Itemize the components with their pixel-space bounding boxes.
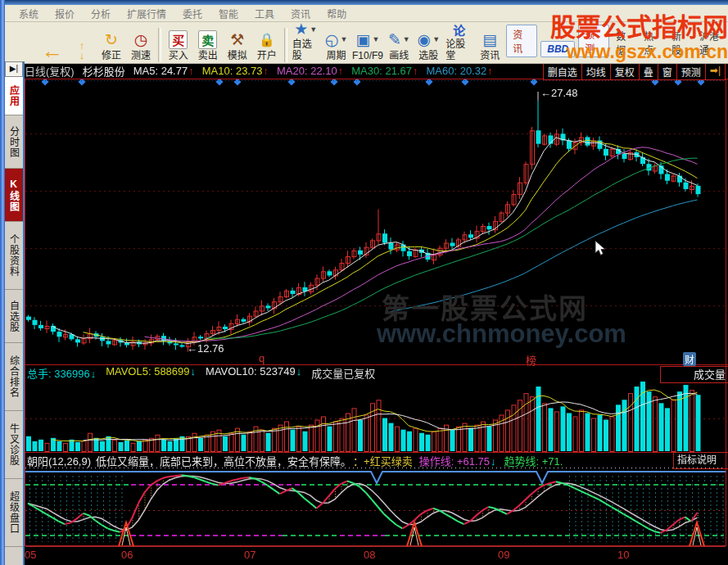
open-account-button[interactable]: 🔒 开户: [252, 25, 282, 62]
menu-tools[interactable]: 工具: [247, 5, 282, 22]
ma20-value: MA20: 22.10↑: [277, 65, 343, 77]
x-axis-label: 10: [617, 549, 629, 561]
globe-icon: ◉▼: [418, 29, 441, 50]
mavol5: MAVOL5: 588699↓: [106, 365, 196, 381]
predict-button[interactable]: 预测: [677, 64, 706, 79]
down-arrow-icon: ↓: [491, 455, 496, 468]
down-arrow-icon: ↓: [91, 368, 97, 380]
x-axis-label: 08: [364, 549, 375, 561]
operation-line-value: 操作线: +61.75↓: [419, 453, 496, 468]
candlestick-chart-canvas[interactable]: [0, 0, 728, 565]
chart-header: 日线(复权) 杉杉股份 MA5: 24.77↑ MA10: 23.73↑ MA2…: [25, 63, 501, 79]
sidebar-tab-stock-info[interactable]: 个股资料: [5, 222, 23, 290]
overlay-button[interactable]: 叠: [640, 64, 658, 79]
sidebar-tab-kline[interactable]: K线图: [5, 169, 23, 222]
sidebar-tab-super-level2[interactable]: 超级盘口: [5, 479, 23, 547]
sidebar-tab-ranking[interactable]: 综合排名: [5, 343, 23, 411]
ad-line2: www.gszx.com.cn: [515, 42, 728, 61]
simulate-button[interactable]: ⚒ 模拟: [223, 25, 252, 62]
sidebar: ▶| 应用 分时图 K线图 个股资料 自选股 综合排名 牛叉诊股 超级盘口: [5, 61, 25, 565]
menu-entrust[interactable]: 委托: [175, 5, 210, 22]
window-split-button[interactable]: 窗: [658, 64, 677, 79]
down-arrow-icon: ↓: [191, 365, 197, 377]
sidebar-tab-app[interactable]: 应用: [5, 77, 23, 115]
period-label[interactable]: 日线(复权): [25, 63, 75, 79]
toolbar-separator: [284, 28, 287, 62]
watermark-fragment-q: q: [259, 352, 265, 364]
star-icon: ★▼: [294, 20, 317, 38]
up-arrow-icon: ↑: [413, 65, 418, 77]
indicator-header: 朝阳(12,26,9) 低位又缩量，底部已来到，高位不放量，安全有保障。 ：+红…: [27, 453, 563, 468]
grid-icon: [22, 40, 25, 61]
sell-button[interactable]: 卖 卖出: [193, 25, 223, 62]
x-axis-label: 09: [498, 549, 509, 561]
trend-line-value: 趋势线: +71.: [504, 453, 563, 468]
forum-icon: 论: [453, 21, 465, 38]
sidebar-tab-intraday[interactable]: 分时图: [5, 115, 23, 169]
indicator-help-button[interactable]: 指标说明: [673, 452, 728, 469]
window-left-border: [0, 0, 5, 565]
period-clock-icon: ◵▼: [325, 29, 348, 50]
high-price-annotation: ←27.48: [540, 87, 578, 99]
draw-line-button[interactable]: ✎▼ 画线: [384, 25, 414, 62]
trading-app-window: { "window": {"logo": "同花顺"}, "ad": {"lin…: [0, 0, 728, 565]
total-lots: 总手: 336996↓: [27, 365, 96, 381]
refresh-icon: ↻: [105, 29, 118, 50]
layout-grid-button[interactable]: [8, 25, 38, 62]
low-price-annotation: ←12.76: [187, 342, 224, 355]
watchlist-button[interactable]: ★▼ 自选股: [290, 25, 322, 62]
stock-name[interactable]: 杉杉股份: [83, 63, 125, 79]
mouse-cursor: [595, 240, 609, 256]
stock-picker-button[interactable]: ◉▼ 选股: [414, 25, 443, 62]
adjust-price-button[interactable]: 复权: [611, 64, 640, 79]
next-panel-icon[interactable]: ➡|: [706, 64, 725, 79]
news-button[interactable]: ▤ 资讯: [475, 25, 504, 62]
clock-icon: ◷: [134, 29, 148, 50]
menu-extended[interactable]: 扩展行情: [120, 5, 174, 22]
gavel-icon: ⚒: [230, 29, 244, 50]
watermark-fragment-bang: 榜: [526, 352, 536, 368]
forum-button[interactable]: 论 论股堂: [443, 25, 475, 62]
indicator-description: 低位又缩量，底部已来到，高位不放量，安全有保障。: [96, 453, 351, 468]
x-axis-label: 07: [244, 549, 255, 561]
menu-system[interactable]: 系统: [11, 5, 46, 22]
period-button[interactable]: ◵▼ 周期: [322, 25, 351, 62]
up-arrow-icon: ↑: [188, 65, 194, 77]
down-arrow-icon: ↓: [296, 365, 302, 377]
x-axis-label: 05: [25, 549, 36, 561]
sidebar-tab-diagnose[interactable]: 牛叉诊股: [5, 411, 23, 479]
speed-test-button[interactable]: ◷ 测速: [126, 25, 156, 62]
up-arrow-icon: ↑: [487, 65, 493, 77]
indicator-signal-note: ：+红买绿卖: [353, 453, 413, 468]
back-button[interactable]: ←: [38, 25, 67, 62]
back-arrow-icon: ←: [42, 40, 63, 61]
menu-smart[interactable]: 智能: [211, 5, 246, 22]
menu-help[interactable]: 帮助: [319, 5, 354, 22]
x-axis-label: 06: [121, 549, 133, 561]
menu-quotes[interactable]: 报价: [47, 5, 82, 22]
menu-analysis[interactable]: 分析: [84, 5, 118, 22]
volume-panel-label[interactable]: 成交量: [660, 366, 728, 383]
ad-line1: 股票公式指标网: [515, 15, 728, 42]
finance-badge[interactable]: 财: [683, 352, 696, 366]
ma5-value: MA5: 24.77↑: [133, 65, 194, 77]
mavol10: MAVOL10: 523749↓: [206, 365, 301, 381]
buy-button[interactable]: 买 买入: [164, 25, 193, 62]
revise-button[interactable]: ↻ 修正: [97, 25, 126, 62]
page-up-down-button[interactable]: ↑↓: [67, 25, 97, 62]
ad-watermark: 股票公式指标网 www.gszx.com.cn: [515, 15, 728, 61]
indicator-name[interactable]: 朝阳(12,26,9): [27, 453, 91, 468]
ma30-value: MA30: 21.67↑: [351, 65, 418, 77]
f10-button[interactable]: ▣▼ F10/F9: [351, 25, 385, 62]
volume-adjusted-note: 成交量已复权: [311, 365, 375, 381]
toolbar-separator: [158, 28, 161, 62]
document-icon: ▤: [482, 29, 497, 50]
delete-watchlist-button[interactable]: 删自选: [544, 64, 582, 79]
volume-header: 总手: 336996↓ MAVOL5: 588699↓ MAVOL10: 523…: [27, 365, 385, 381]
watermark-site-url: www.chnmoney.com: [377, 319, 626, 349]
sidebar-collapse-button[interactable]: ▶|: [5, 61, 23, 77]
up-arrow-icon: ↑: [338, 65, 344, 77]
sidebar-tab-watchlist[interactable]: 自选股: [5, 290, 23, 343]
ma-toggle-button[interactable]: 均线: [582, 64, 611, 79]
ma60-value: MA60: 20.32↑: [426, 65, 492, 77]
